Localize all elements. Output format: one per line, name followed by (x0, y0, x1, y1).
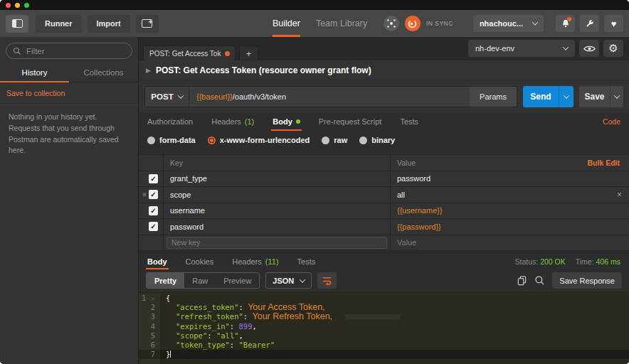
params-button[interactable]: Params (470, 87, 517, 107)
save-to-collection-link[interactable]: Save to collection (0, 82, 138, 105)
new-key-input[interactable]: New key (166, 237, 387, 249)
request-tab[interactable]: POST: Get Access Tok (143, 46, 236, 60)
response-tab-tests[interactable]: Tests (297, 254, 316, 269)
send-options-button[interactable] (559, 86, 574, 107)
url-input[interactable]: {{baseurl}}/oauth/v3/token (189, 87, 470, 107)
kv-value-cell[interactable]: all (391, 187, 629, 203)
request-tab-label: Pre-request Script (319, 117, 382, 126)
kv-key-cell[interactable]: password (163, 219, 391, 235)
format-dropdown[interactable]: JSON (265, 272, 312, 289)
text-cursor (170, 350, 171, 358)
bulk-edit-link[interactable]: Bulk Edit (587, 159, 623, 167)
search-response-icon[interactable] (534, 275, 545, 286)
request-tab-authorization[interactable]: Authorization (147, 112, 193, 131)
line-number: 1 - (139, 294, 160, 303)
code-line-content: "token_type": "Bearer" (160, 341, 275, 350)
row-checkbox[interactable]: ✓ (149, 174, 158, 183)
mac-titlebar (0, 0, 629, 10)
kv-key-cell[interactable]: username (163, 203, 391, 219)
send-button[interactable]: Send (523, 86, 559, 107)
code-token: "Bearer" (239, 341, 275, 349)
new-window-button[interactable] (136, 15, 159, 33)
response-tab-body[interactable]: Body (147, 254, 167, 269)
body-mode-x-www-form-urlencoded[interactable]: x-www-form-urlencoded (208, 136, 310, 144)
sync-status-button[interactable] (405, 16, 421, 31)
code-token: : (239, 303, 248, 311)
urlencoded-editor: Key Value Bulk Edit ✓grant_typepassword≡… (139, 149, 629, 251)
response-tab-cookies[interactable]: Cookies (186, 254, 214, 269)
sidebar-tabs: History Collections (0, 63, 138, 82)
runner-button[interactable]: Runner (36, 15, 82, 33)
body-mode-raw[interactable]: raw (322, 136, 347, 144)
response-toolbar-right: Save Response (517, 272, 622, 289)
favorites-button[interactable]: ♥ (604, 15, 623, 32)
request-tab-label: Authorization (147, 117, 193, 126)
line-number: 7 (139, 350, 160, 359)
save-response-button[interactable]: Save Response (552, 272, 622, 289)
code-line-content: { (160, 294, 170, 303)
import-button[interactable]: Import (88, 15, 130, 33)
wrap-lines-button[interactable] (317, 272, 337, 289)
user-menu-dropdown[interactable]: nhachouc... (473, 15, 544, 32)
row-checkbox[interactable]: ✓ (149, 206, 158, 215)
send-button-group: Send (523, 86, 574, 107)
time-label: Time: (576, 257, 594, 266)
request-tab-headers[interactable]: Headers(1) (211, 112, 254, 131)
sync-icon (407, 18, 418, 29)
kv-key-cell[interactable]: grant_type (163, 171, 391, 187)
save-options-button[interactable] (610, 86, 623, 107)
tab-builder[interactable]: Builder (273, 10, 300, 37)
kv-key-cell[interactable]: scope (163, 187, 391, 203)
view-pretty-button[interactable]: Pretty (147, 273, 184, 288)
body-mode-binary[interactable]: binary (359, 136, 395, 144)
radio-icon (147, 136, 155, 144)
settings-wrench-button[interactable] (580, 15, 599, 32)
sync-status-label: IN SYNC (426, 20, 453, 27)
request-tab-body[interactable]: Body (273, 112, 300, 131)
kv-value-cell[interactable]: password (391, 171, 629, 187)
line-number: 5 (139, 331, 160, 341)
row-checkbox[interactable]: ✓ (149, 190, 158, 199)
remove-row-icon[interactable]: × (617, 190, 622, 200)
collapse-caret-icon[interactable]: ▶ (146, 67, 151, 74)
code-link[interactable]: Code (603, 117, 620, 126)
body-mode-form-data[interactable]: form-data (147, 136, 196, 144)
notifications-button[interactable] (556, 15, 575, 32)
code-token: "access_token" (176, 303, 239, 311)
drag-handle-icon[interactable]: ≡ (142, 191, 147, 198)
minimize-window-button[interactable] (15, 3, 20, 8)
request-tab-tests[interactable]: Tests (400, 112, 418, 131)
maximize-window-button[interactable] (24, 3, 29, 8)
environment-preview-button[interactable] (579, 40, 599, 57)
environment-controls: nh-dev-env ⚙ (468, 40, 623, 57)
kv-value-cell[interactable]: {{password}} (391, 219, 629, 235)
tab-count-badge: (1) (245, 117, 254, 126)
close-window-button[interactable] (6, 3, 11, 8)
response-tab-headers[interactable]: Headers(11) (232, 254, 278, 269)
kv-value-cell[interactable]: {{username}} (391, 203, 629, 219)
response-body-editor[interactable]: 1 -{2"access_token": Your Access Token,3… (139, 291, 629, 364)
save-button[interactable]: Save (579, 86, 610, 107)
environment-settings-button[interactable]: ⚙ (603, 40, 623, 57)
tab-history[interactable]: History (0, 63, 69, 82)
method-dropdown[interactable]: POST (145, 87, 189, 107)
line-number: 2 (139, 303, 160, 312)
row-checkbox[interactable]: ✓ (149, 222, 158, 231)
kv-new-row: New key Value (139, 235, 629, 252)
code-token: : (230, 341, 239, 349)
time-value: 406 ms (596, 257, 620, 266)
toggle-sidebar-button[interactable] (6, 15, 28, 33)
filter-input[interactable]: Filter (6, 43, 132, 59)
kv-checkbox-zone: ≡✓ (139, 187, 163, 203)
copy-icon[interactable] (517, 275, 527, 286)
view-raw-button[interactable]: Raw (184, 273, 216, 288)
interceptor-button[interactable] (384, 16, 399, 31)
new-value-input[interactable]: Value (397, 238, 416, 247)
new-tab-button[interactable]: + (239, 46, 258, 60)
tab-collections[interactable]: Collections (69, 63, 138, 82)
request-tab-pre-request-script[interactable]: Pre-request Script (319, 112, 382, 131)
view-preview-button[interactable]: Preview (216, 273, 259, 288)
response-tab-label: Tests (297, 257, 316, 266)
environment-dropdown[interactable]: nh-dev-env (468, 40, 575, 57)
tab-team-library[interactable]: Team Library (316, 10, 367, 37)
